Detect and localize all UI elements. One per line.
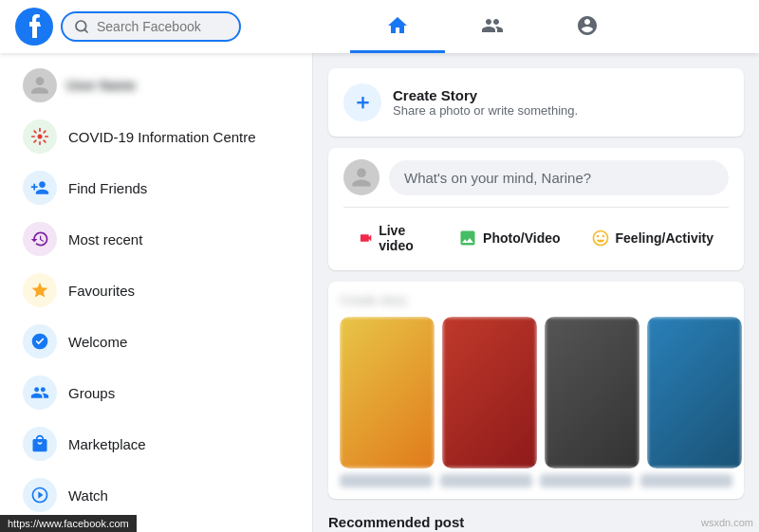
user-name-label: User Name	[66, 78, 136, 93]
story-labels-row	[340, 474, 732, 487]
sidebar-item-covid-label: COVID-19 Information Centre	[68, 129, 256, 145]
feeling-icon	[591, 229, 610, 248]
sidebar-item-marketplace-label: Marketplace	[68, 436, 146, 452]
photo-video-icon	[458, 229, 477, 248]
sidebar-item-watch[interactable]: Watch	[8, 470, 305, 520]
sidebar-item-covid[interactable]: COVID-19 Information Centre	[8, 112, 305, 161]
story-card-1[interactable]	[340, 317, 435, 468]
covid-icon	[23, 119, 57, 154]
sidebar-user-profile[interactable]: User Name	[8, 61, 305, 110]
sidebar-item-welcome-label: Welcome	[68, 334, 127, 350]
stories-section-title: Create story	[340, 293, 732, 307]
story-card-2[interactable]	[442, 317, 537, 468]
stories-row	[340, 317, 732, 468]
post-action-live-video-label: Live video	[379, 223, 428, 253]
sidebar-item-groups-label: Groups	[68, 385, 115, 401]
sidebar: User Name COVID-19 Information Centre Fi…	[0, 53, 313, 532]
post-actions: Live video Photo/Video Feeling/Activity	[343, 207, 729, 259]
post-action-feeling[interactable]: Feeling/Activity	[576, 217, 729, 259]
facebook-logo-icon[interactable]	[15, 8, 53, 46]
story-card-4[interactable]	[647, 317, 742, 468]
watch-icon	[23, 478, 57, 512]
post-box: What's on your mind, Narine? Live video …	[328, 148, 744, 270]
sidebar-item-find-friends[interactable]: Find Friends	[8, 163, 305, 212]
header-nav	[241, 0, 744, 53]
story-label-4	[640, 474, 733, 487]
groups-icon	[23, 376, 57, 410]
home-icon	[386, 14, 409, 37]
post-action-live-video[interactable]: Live video	[343, 217, 443, 259]
recommended-post-label: Recommended post	[328, 510, 744, 532]
person-icon	[29, 75, 50, 96]
watermark: wsxdn.com	[701, 517, 753, 528]
tab-home[interactable]	[350, 0, 445, 53]
search-icon	[74, 19, 89, 34]
header-left	[15, 8, 241, 46]
tab-friends[interactable]	[445, 0, 540, 53]
main-content: ＋ Create Story Share a photo or write so…	[313, 53, 759, 532]
create-story-plus-icon: ＋	[343, 83, 381, 121]
post-action-feeling-label: Feeling/Activity	[616, 230, 713, 246]
svg-point-3	[38, 135, 43, 139]
create-story-subtitle: Share a photo or write something.	[393, 103, 578, 118]
sidebar-item-watch-label: Watch	[68, 487, 108, 504]
sidebar-item-favourites[interactable]: Favourites	[8, 266, 305, 315]
create-story-title: Create Story	[393, 87, 578, 103]
marketplace-icon	[23, 427, 57, 461]
favourites-icon	[23, 273, 57, 307]
friends-icon	[481, 14, 504, 37]
layout: User Name COVID-19 Information Centre Fi…	[0, 53, 759, 532]
header	[0, 0, 759, 53]
sidebar-item-welcome[interactable]: Welcome	[8, 317, 305, 366]
post-action-photo-video[interactable]: Photo/Video	[443, 217, 575, 259]
sidebar-item-most-recent-label: Most recent	[68, 231, 142, 248]
live-video-icon	[359, 229, 373, 248]
tab-groups-nav[interactable]	[540, 0, 635, 53]
create-story-card[interactable]: ＋ Create Story Share a photo or write so…	[328, 68, 744, 137]
welcome-icon	[23, 324, 57, 358]
svg-line-2	[84, 29, 87, 32]
groups-nav-icon	[576, 14, 599, 37]
post-user-avatar-icon	[350, 166, 373, 189]
user-avatar	[23, 68, 57, 102]
sidebar-item-favourites-label: Favourites	[68, 283, 135, 299]
create-story-text: Create Story Share a photo or write some…	[393, 87, 578, 118]
find-friends-icon	[23, 171, 57, 205]
story-label-2	[440, 474, 533, 487]
sidebar-item-marketplace[interactable]: Marketplace	[8, 419, 305, 468]
post-input-row: What's on your mind, Narine?	[343, 159, 729, 195]
post-action-photo-video-label: Photo/Video	[483, 230, 560, 246]
search-box[interactable]	[61, 11, 241, 42]
sidebar-item-find-friends-label: Find Friends	[68, 180, 147, 196]
sidebar-item-most-recent[interactable]: Most recent	[8, 214, 305, 264]
story-label-1	[340, 474, 433, 487]
stories-section: Create story	[328, 282, 744, 499]
post-avatar	[343, 159, 380, 195]
story-label-3	[540, 474, 633, 487]
post-input-fake[interactable]: What's on your mind, Narine?	[389, 160, 729, 195]
search-input[interactable]	[97, 19, 228, 34]
story-card-3[interactable]	[545, 317, 639, 468]
url-bar: https://www.facebook.com	[0, 515, 137, 532]
sidebar-item-groups[interactable]: Groups	[8, 368, 305, 417]
most-recent-icon	[23, 222, 57, 256]
